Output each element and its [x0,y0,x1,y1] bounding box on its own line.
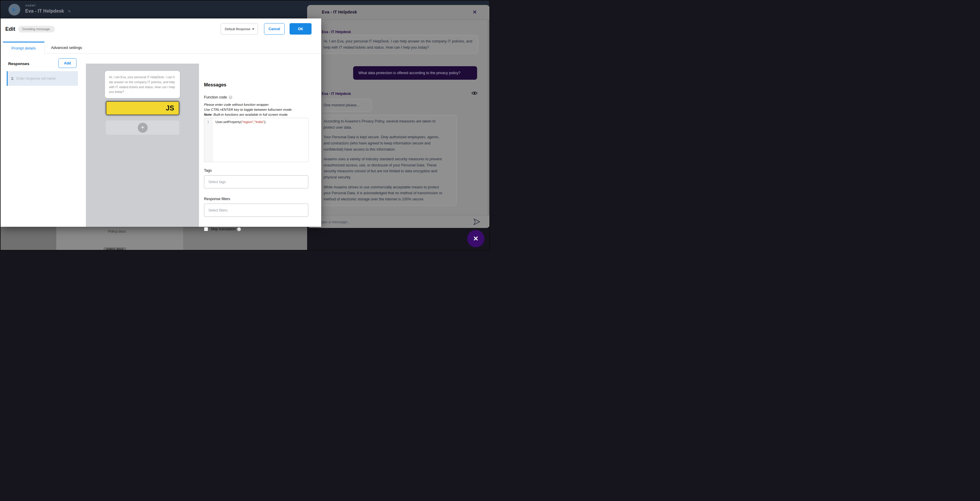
edit-modal: Edit Greeting message. Default Response … [1,19,321,227]
response-type-select[interactable]: Default Response [221,23,258,35]
responses-label: Responses [8,62,29,66]
js-code-block[interactable]: JS [106,101,179,115]
code-hint-note-rest: Built-in functions are available in full… [212,113,288,116]
tab-bar: Prompt details Advanced settings [1,41,321,54]
skip-translation-row: Skip translation? [204,227,241,231]
message-preview-canvas: Hi, I am Eva, your personal IT HelpDesk.… [86,64,199,227]
chat-fab-close-button[interactable]: ✕ [467,230,484,247]
tags-input[interactable] [204,175,308,188]
edit-pencil-icon[interactable]: ✎ [68,10,71,13]
chat-message-input[interactable] [318,215,471,228]
reply-paragraph: While Avaamo strives to use commercially… [323,184,445,202]
messages-heading: Messages [204,82,226,87]
reply-paragraph: Your Personal Data is kept secure. Only … [323,134,445,152]
code-hint-note: Note: [204,113,212,116]
response-type-value: Default Response [225,27,250,31]
modal-title: Edit [5,26,15,32]
tags-label: Tags [204,169,212,173]
response-set-item[interactable]: 1: Enter response set name [7,71,78,86]
chevron-down-icon [252,29,255,30]
function-code-editor[interactable]: 1 User.setProperty("region","India"); [204,118,309,162]
function-code-label: Function code? [204,95,232,99]
code-hint-3: Note: Built-in functions are available i… [204,113,288,116]
plus-icon: + [138,123,148,133]
add-response-button[interactable]: Add [58,58,76,68]
chat-panel-title: Eva - IT Helpdesk [322,10,357,14]
code-line-1: User.setProperty("region","India"); [215,120,266,124]
chat-panel-header: Eva - IT Helpdesk ✕ [307,5,490,20]
help-icon[interactable]: ? [229,95,232,99]
code-token: ); [264,120,266,124]
preview-bot-bubble[interactable]: Hi, I am Eva, your personal IT HelpDesk.… [105,71,180,98]
chat-scrollbar[interactable] [488,20,490,228]
dimmed-sidebar-area [1,227,56,250]
bot-message-typing: One moment please... [318,99,372,112]
bot-name-label-2: Eva - IT Helpdesk [322,92,351,96]
agent-name: Eva - IT Helpdesk [25,8,64,14]
reply-paragraph: According to Avaamo's Privacy Policy, se… [323,118,445,130]
response-set-name-placeholder[interactable]: Enter response set name [16,76,56,81]
eye-icon[interactable] [471,91,477,95]
bot-message-reply: According to Avaamo's Privacy Policy, se… [318,115,457,206]
tab-prompt-details[interactable]: Prompt details [3,41,45,54]
dimmed-content-area-right [183,227,307,250]
reply-paragraph: Avaamo uses a variety of industry standa… [323,156,445,180]
code-token: User.setProperty( [215,120,242,124]
cancel-button[interactable]: Cancel [264,23,285,35]
chat-input-bar [307,215,490,228]
response-set-index: 1: [11,76,14,81]
skip-translation-label: Skip translation [211,227,235,231]
bot-message-greeting: Hi, I am Eva, your personal IT HelpDesk.… [318,35,478,54]
code-string-token: "region" [242,120,253,124]
code-gutter: 1 [204,118,212,162]
help-icon[interactable]: ? [237,227,241,231]
tab-advanced-settings[interactable]: Advanced settings [45,41,89,54]
send-icon[interactable] [473,218,481,226]
background-folder-chip: policy_docs [103,247,126,250]
ok-button[interactable]: OK [290,23,312,35]
skip-translation-checkbox[interactable] [204,227,208,231]
chat-panel: Eva - IT Helpdesk ✕ Eva - IT Helpdesk Hi… [307,5,490,228]
add-message-card[interactable]: + [106,121,179,135]
code-string-token: "India" [255,120,264,124]
response-filters-label: Response filters [204,197,230,201]
screen: E- AGENT Eva - IT Helpdesk ✎ Policy docs… [0,0,490,250]
code-hint-2: Use CTRL+ENTER key to toggle between ful… [204,108,293,111]
agent-label: AGENT [25,4,36,7]
chat-close-icon[interactable]: ✕ [473,9,477,15]
code-hint-1: Please enter code without function wrapp… [204,103,269,107]
user-message: What data protection is offered accordin… [353,66,477,80]
response-filters-input[interactable] [204,204,308,217]
greeting-message-badge: Greeting message. [18,26,55,32]
function-code-text: Function code [204,95,227,99]
background-folder-label: Policy docs [108,229,126,234]
bot-name-label: Eva - IT Helpdesk [322,30,351,34]
agent-avatar: E- [8,4,20,16]
